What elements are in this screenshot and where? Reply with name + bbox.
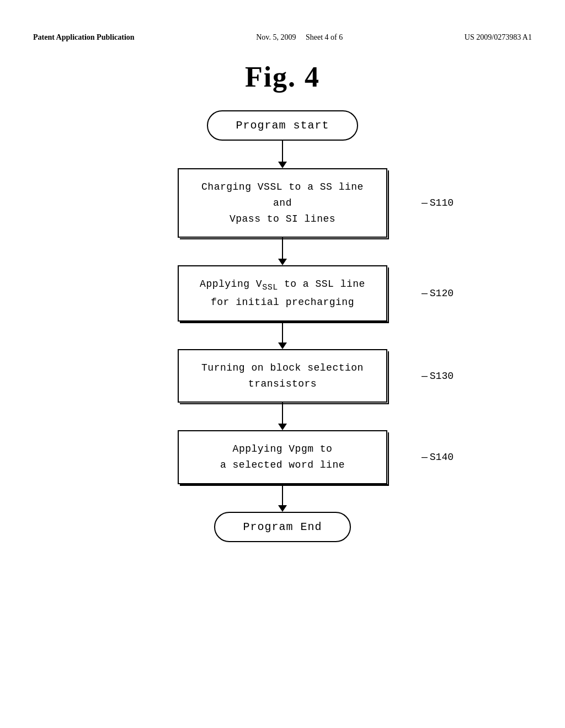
- step-s110-line2: Vpass to SI lines: [195, 211, 370, 227]
- arrow-2: [278, 238, 287, 265]
- step-s130-label: S130: [422, 371, 454, 382]
- step-s130-box: Turning on block selection transistors: [178, 349, 387, 403]
- arrow-head-5: [278, 505, 287, 512]
- arrow-line-3: [282, 322, 283, 342]
- step-s110-line1: Charging VSSL to a SS line and: [195, 179, 370, 211]
- flowchart-start: Program start: [207, 110, 358, 141]
- flowchart: Program start Charging VSSL to a SS line…: [117, 110, 448, 542]
- arrow-line-1: [282, 141, 283, 162]
- arrow-line-2: [282, 238, 283, 259]
- header-patent-number: US 2009/0273983 A1: [465, 33, 532, 42]
- header-sheet: Sheet 4 of 6: [306, 33, 343, 41]
- header-publication-type: Patent Application Publication: [33, 33, 135, 42]
- step-s120-label: S120: [422, 288, 454, 299]
- step-s130-line2: transistors: [195, 376, 370, 392]
- step-s130-wrapper: Turning on block selection transistors S…: [117, 349, 448, 403]
- step-s110-box: Charging VSSL to a SS line and Vpass to …: [178, 168, 387, 238]
- figure-title: Fig. 4: [245, 61, 320, 93]
- arrow-head-1: [278, 162, 287, 168]
- page-header: Patent Application Publication Nov. 5, 2…: [33, 33, 532, 42]
- step-s140-box: Applying Vpgm to a selected word line: [178, 430, 387, 484]
- arrow-1: [278, 141, 287, 168]
- step-s110-wrapper: Charging VSSL to a SS line and Vpass to …: [117, 168, 448, 238]
- arrow-4: [278, 403, 287, 430]
- step-s140-label: S140: [422, 452, 454, 463]
- step-s140-wrapper: Applying Vpgm to a selected word line S1…: [117, 430, 448, 484]
- step-s120-box: Applying VSSL to a SSL line for initial …: [178, 265, 387, 321]
- header-date-sheet: Nov. 5, 2009 Sheet 4 of 6: [256, 33, 343, 42]
- step-s140-line2: a selected word line: [195, 457, 370, 473]
- arrow-head-2: [278, 259, 287, 265]
- arrow-5: [278, 484, 287, 512]
- arrow-head-4: [278, 424, 287, 430]
- step-s130-line1: Turning on block selection: [195, 360, 370, 376]
- arrow-head-3: [278, 342, 287, 349]
- step-s110-label: S110: [422, 197, 454, 208]
- flowchart-end: Program End: [214, 512, 350, 542]
- step-s120-line1: Applying VSSL to a SSL line: [195, 276, 370, 295]
- patent-page: Patent Application Publication Nov. 5, 2…: [0, 0, 565, 728]
- arrow-line-5: [282, 484, 283, 505]
- header-date: Nov. 5, 2009: [256, 33, 296, 41]
- step-s120-line2: for initial precharging: [195, 295, 370, 311]
- step-s140-line1: Applying Vpgm to: [195, 441, 370, 457]
- arrow-line-4: [282, 403, 283, 424]
- arrow-3: [278, 322, 287, 349]
- step-s120-wrapper: Applying VSSL to a SSL line for initial …: [117, 265, 448, 321]
